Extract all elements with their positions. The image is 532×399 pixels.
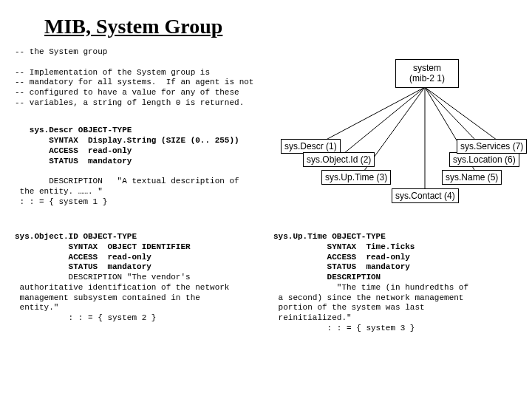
sysdescr-syntax: SYNTAX Display.String (SIZE (0.. 255)) [15,136,239,145]
sysobjectid-block: sys.Object.ID OBJECT-TYPE SYNTAX OBJECT … [15,222,259,344]
sysdescr-header: sys.Descr OBJECT-TYPE [15,126,132,134]
svg-line-1 [340,87,425,157]
leaf-syslocation: sys.Location (6) [449,152,519,167]
sysobjectid-status: STATUS mandatory [15,262,151,271]
tree-root: system (mib-2 1) [395,59,459,88]
sysdescr-assign: : : = { system 1 } [15,197,107,206]
sysdescr-status: STATUS mandatory [15,157,132,166]
svg-line-0 [318,87,425,144]
sysobjectid-desc4: entity." [15,303,58,312]
sysdescr-access: ACCESS read-only [15,146,132,155]
sysuptime-status: STATUS mandatory [273,262,410,271]
page-title: MIB, System Group [44,15,517,38]
sysobjectid-assign: : : = { system 2 } [15,313,156,322]
leaf-sysname: sys.Name (5) [442,170,502,185]
sysuptime-desc3: portion of the system was last [273,303,425,312]
leaf-sysuptime: sys.Up.Time (3) [321,170,391,185]
sysuptime-desc0: DESCRIPTION [273,273,381,282]
svg-line-6 [425,87,502,144]
sysobjectid-desc3: management subsystem contained in the [15,293,200,302]
sysdescr-desc1: DESCRIPTION "A textual description of [15,177,239,185]
sysuptime-desc1: "The time (in hundredths of [273,283,468,292]
sysuptime-access: ACCESS read-only [273,253,410,262]
sysobjectid-access: ACCESS read-only [15,253,151,262]
leaf-sysservices: sys.Services (7) [457,139,527,154]
sysobjectid-syntax: SYNTAX OBJECT IDENTIFIER [15,242,191,251]
leaf-sysdescr: sys.Descr (1) [281,139,341,154]
sysuptime-syntax: SYNTAX Time.Ticks [273,242,415,251]
sysobjectid-desc1: DESCRIPTION "The vendor's [15,273,191,282]
leaf-syscontact: sys.Contact (4) [392,188,459,203]
sysuptime-desc2: a second) since the network management [273,293,463,302]
tree-root-line2: (mib-2 1) [409,73,445,83]
sysuptime-desc4: reinitialized." [273,313,352,322]
sysuptime-block: sys.Up.Time OBJECT-TYPE SYNTAX Time.Tick… [273,222,517,344]
sysuptime-assign: : : = { system 3 } [273,324,415,332]
tree-root-line1: system [413,63,441,73]
leaf-sysobjectid: sys.Object.Id (2) [303,152,375,167]
sysuptime-header: sys.Up.Time OBJECT-TYPE [273,232,386,241]
sysdescr-desc2: the entity. ……. " [15,187,103,196]
sysobjectid-desc2: authoritative identification of the netw… [15,283,229,292]
sysobjectid-header: sys.Object.ID OBJECT-TYPE [15,232,137,241]
tree-diagram: system (mib-2 1) sys.Descr (1) sys.Objec… [281,59,525,222]
